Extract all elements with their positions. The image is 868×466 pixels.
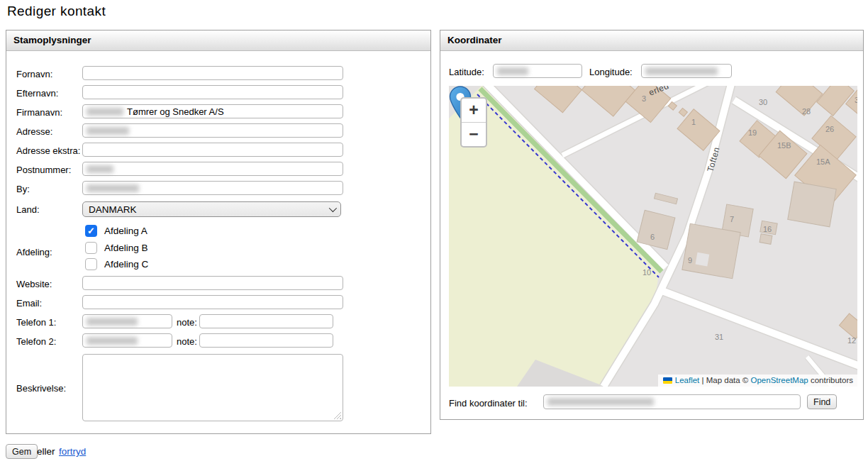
- longitude-input[interactable]: [641, 64, 732, 78]
- leaflet-map[interactable]: 3 30 28 26 1 19 15B 15A 3 7 16 6 9 10 31…: [449, 86, 857, 387]
- zoom-out-button[interactable]: −: [462, 122, 486, 146]
- leaflet-link[interactable]: Leaflet: [675, 376, 700, 384]
- stamoplysninger-panel: Stamoplysninger Fornavn: Efternavn: Firm…: [6, 30, 431, 434]
- telefon1-note-label: note:: [177, 316, 197, 330]
- redacted-text: [645, 67, 718, 75]
- chevron-down-icon: [329, 204, 337, 212]
- koordinater-panel: Koordinater Latitude: Longitude:: [440, 30, 864, 420]
- house-number: 7: [730, 215, 734, 223]
- house-number: 3: [855, 96, 857, 104]
- ukraine-flag-icon: [663, 377, 672, 384]
- house-number: 12: [847, 336, 856, 345]
- fornavn-input[interactable]: [82, 66, 343, 80]
- house-number: 15B: [777, 141, 791, 150]
- house-number: 26: [825, 125, 834, 133]
- email-label: Email:: [16, 296, 42, 311]
- by-input[interactable]: [82, 181, 343, 195]
- telefon1-label: Telefon 1:: [16, 316, 56, 330]
- house-number: 9: [688, 256, 692, 265]
- redacted-text: [87, 108, 123, 116]
- land-select[interactable]: DANMARK: [82, 201, 341, 217]
- adresse-ekstra-input[interactable]: [82, 143, 343, 157]
- house-number: 6: [650, 233, 655, 241]
- openstreetmap-link[interactable]: OpenStreetMap: [751, 376, 808, 384]
- map-attribution: Leaflet | Map data © OpenStreetMap contr…: [658, 375, 857, 387]
- find-koordinater-input[interactable]: [543, 394, 801, 409]
- map-tiles: 3 30 28 26 1 19 15B 15A 3 7 16 6 9 10 31…: [449, 86, 857, 387]
- zoom-in-button[interactable]: +: [462, 99, 486, 122]
- postnummer-label: Postnummer:: [16, 163, 71, 177]
- telefon2-note-input[interactable]: [199, 333, 333, 348]
- redacted-text: [497, 67, 528, 75]
- telefon1-note-input[interactable]: [199, 314, 333, 328]
- cancel-link[interactable]: fortryd: [59, 446, 86, 457]
- afdeling-b-label: Afdeling B: [104, 242, 148, 255]
- adresse-input[interactable]: [82, 123, 343, 138]
- telefon2-input[interactable]: [82, 333, 172, 348]
- longitude-label: Longitude:: [589, 65, 633, 79]
- koordinater-header: Koordinater: [440, 30, 863, 51]
- afdeling-label: Afdeling:: [16, 245, 52, 260]
- house-number: 31: [715, 333, 723, 341]
- redacted-text: [87, 127, 129, 135]
- attribution-divider: |: [701, 376, 703, 384]
- afdeling-a-label: Afdeling A: [104, 225, 148, 238]
- house-number: 1: [691, 118, 696, 126]
- page-title: Rediger kontakt: [7, 4, 106, 19]
- house-number: 16: [763, 225, 772, 233]
- efternavn-input[interactable]: [82, 85, 343, 99]
- telefon1-input[interactable]: [82, 314, 172, 328]
- redacted-text: [87, 165, 113, 173]
- house-number: 28: [802, 107, 811, 116]
- afdeling-a-checkbox[interactable]: [85, 225, 97, 237]
- or-text: eller: [37, 446, 55, 457]
- house-number: 15A: [816, 157, 830, 166]
- beskrivelse-label: Beskrivelse:: [16, 382, 66, 396]
- attribution-mapdata: Map data ©: [706, 376, 749, 384]
- telefon2-label: Telefon 2:: [16, 335, 56, 349]
- latitude-input[interactable]: [493, 64, 582, 78]
- land-label: Land:: [16, 203, 40, 217]
- find-button[interactable]: Find: [807, 394, 837, 409]
- postnummer-input[interactable]: [82, 162, 343, 176]
- firmanavn-value: Tømrer og Snedker A/S: [127, 106, 224, 117]
- telefon2-note-label: note:: [177, 335, 197, 349]
- stamoplysninger-header: Stamoplysninger: [6, 30, 430, 51]
- redacted-text: [87, 184, 139, 192]
- find-koordinater-label: Find koordinater til:: [449, 396, 528, 411]
- adresse-ekstra-label: Adresse ekstra:: [16, 144, 80, 158]
- email-input[interactable]: [82, 295, 343, 309]
- redacted-text: [547, 398, 654, 406]
- house-number: 30: [759, 98, 767, 106]
- map-zoom-control: + −: [460, 97, 487, 148]
- fornavn-label: Fornavn:: [16, 67, 52, 82]
- afdeling-b-checkbox[interactable]: [85, 242, 97, 254]
- firmanavn-label: Firmanavn:: [16, 106, 62, 120]
- website-input[interactable]: [82, 276, 343, 290]
- house-number: 10: [642, 268, 651, 277]
- attribution-contributors: contributors: [811, 376, 853, 384]
- latitude-label: Latitude:: [449, 65, 484, 79]
- website-label: Website:: [16, 277, 52, 292]
- land-selected-value: DANMARK: [89, 204, 137, 215]
- redacted-text: [87, 318, 138, 326]
- firmanavn-input[interactable]: Tømrer og Snedker A/S: [82, 104, 343, 118]
- redacted-text: [87, 337, 138, 345]
- adresse-label: Adresse:: [16, 125, 52, 139]
- beskrivelse-textarea[interactable]: [82, 354, 343, 421]
- afdeling-c-checkbox[interactable]: [85, 258, 97, 270]
- save-button[interactable]: Gem: [6, 444, 38, 459]
- by-label: By:: [16, 182, 30, 196]
- afdeling-c-label: Afdeling C: [104, 258, 148, 271]
- efternavn-label: Efternavn:: [16, 87, 58, 101]
- house-number: 3: [642, 94, 646, 103]
- house-number: 19: [748, 128, 757, 137]
